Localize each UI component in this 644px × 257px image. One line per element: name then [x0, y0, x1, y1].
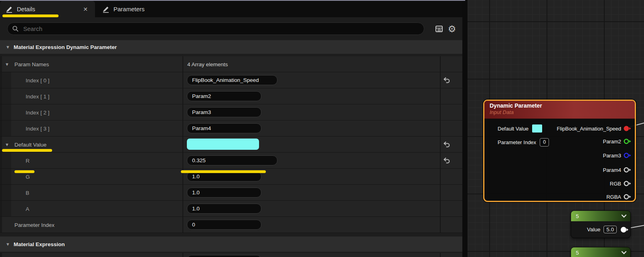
- output-pin[interactable]: [624, 180, 631, 187]
- output-param4: Param4: [603, 165, 631, 174]
- output-pin[interactable]: [624, 167, 631, 173]
- a-value-input[interactable]: 1.0: [187, 204, 261, 214]
- row-parameter-index: Parameter Index 0: [0, 217, 462, 233]
- dynamic-parameter-node[interactable]: Dynamic Parameter Input Data Default Val…: [483, 100, 636, 202]
- output-label: RGB: [610, 181, 621, 187]
- index-0-label: Index [ 0 ]: [26, 77, 49, 83]
- constant-node-2[interactable]: 5: [571, 247, 631, 257]
- chevron-down-icon[interactable]: [621, 214, 627, 218]
- marker-underline-default-value: [2, 149, 52, 152]
- material-graph-canvas[interactable]: Dynamic Parameter Input Data Default Val…: [468, 0, 644, 257]
- chevron-down-icon[interactable]: [621, 251, 627, 255]
- parameter-index-label: Parameter Index: [14, 222, 55, 228]
- output-label: FlipBook_Animation_Speed: [557, 126, 621, 132]
- index-0-input[interactable]: FlipBook_Animation_Speed: [187, 75, 277, 85]
- search-bar[interactable]: [7, 22, 424, 35]
- panel-top-highlight: [0, 0, 465, 1]
- node-input-default-value: Default Value: [498, 124, 542, 133]
- row-default-value: ▼ Default Value: [0, 137, 462, 153]
- search-icon: [12, 25, 19, 32]
- expander-arrow-icon[interactable]: ▼: [5, 62, 9, 67]
- reset-to-default-icon[interactable]: [442, 75, 451, 84]
- settings-gear-icon[interactable]: ⚙: [447, 24, 457, 34]
- property-rows: ▼ Material Expression Dynamic Parameter …: [0, 40, 462, 257]
- unreal-material-editor: Details ✕ Parameters: [0, 0, 644, 257]
- parameters-pencil-icon: [102, 5, 110, 13]
- marker-underline-r: [14, 170, 34, 173]
- marker-underline-r-value: [181, 170, 266, 173]
- node-color-swatch[interactable]: [532, 124, 542, 133]
- output-param3: Param3: [603, 151, 631, 160]
- parameter-index-input[interactable]: 0: [187, 220, 261, 230]
- g-label: G: [26, 173, 30, 179]
- tab-details-label: Details: [17, 6, 35, 12]
- section-header-dynamic-parameter[interactable]: ▼ Material Expression Dynamic Parameter: [0, 40, 462, 54]
- param-names-label: Param Names: [14, 61, 49, 67]
- row-partial: [0, 253, 462, 257]
- index-1-label: Index [ 1 ]: [26, 93, 49, 99]
- index-1-input[interactable]: Param2: [187, 91, 261, 101]
- r-value-input[interactable]: 0.325: [187, 155, 277, 165]
- index-3-input[interactable]: Param4: [187, 123, 261, 133]
- row-index-1: Index [ 1 ] Param2: [0, 88, 462, 104]
- color-swatch[interactable]: [187, 139, 259, 150]
- array-elements-count: 4 Array elements: [187, 61, 228, 67]
- section-title: Material Expression: [14, 241, 65, 247]
- expander-arrow-icon: ▼: [6, 45, 10, 49]
- output-label: Param2: [603, 139, 621, 145]
- output-label: RGBA: [606, 194, 621, 200]
- output-pin[interactable]: [624, 138, 631, 145]
- row-param-names: ▼ Param Names 4 Array elements: [0, 56, 462, 72]
- tab-parameters-label: Parameters: [113, 6, 145, 12]
- close-tab-icon[interactable]: ✕: [81, 5, 90, 13]
- b-label: B: [26, 190, 29, 196]
- reset-to-default-icon[interactable]: [442, 140, 451, 149]
- node-subtitle: Input Data: [490, 109, 635, 115]
- output-label: Param3: [603, 153, 621, 159]
- constant-node-title: 5: [576, 213, 579, 219]
- row-a: A 1.0: [0, 201, 462, 217]
- output-flipbook-animation-speed: FlipBook_Animation_Speed: [557, 124, 631, 133]
- output-rgba: RGBA: [606, 192, 631, 201]
- tab-bar: Details ✕ Parameters: [0, 1, 462, 17]
- row-index-2: Index [ 2 ] Param3: [0, 104, 462, 120]
- output-pin[interactable]: [624, 125, 631, 132]
- output-param2: Param2: [603, 137, 631, 146]
- panel-splitter[interactable]: [462, 0, 468, 257]
- output-rgb: RGB: [610, 179, 631, 188]
- b-value-input[interactable]: 1.0: [187, 188, 261, 198]
- value-label: Value: [587, 226, 601, 233]
- default-value-label: Default Value: [14, 141, 47, 147]
- constant-node-header: 5: [571, 247, 630, 257]
- search-input[interactable]: [22, 25, 419, 33]
- constant-node-1[interactable]: 5 Value 5.0: [571, 210, 631, 238]
- expander-arrow-icon: ▼: [6, 242, 10, 247]
- value-input[interactable]: 5.0: [603, 226, 617, 233]
- column-view-icon[interactable]: [434, 24, 444, 34]
- a-label: A: [26, 206, 29, 212]
- constant-output-pin[interactable]: [620, 226, 629, 233]
- section-title: Material Expression Dynamic Parameter: [14, 44, 117, 50]
- r-label: R: [26, 157, 30, 163]
- node-default-value-label: Default Value: [498, 126, 529, 132]
- tab-parameters[interactable]: Parameters: [97, 1, 150, 17]
- marker-underline-details: [2, 14, 59, 17]
- node-parameter-index-label: Parameter Index: [498, 139, 536, 145]
- index-2-label: Index [ 2 ]: [26, 109, 49, 115]
- reset-to-default-icon[interactable]: [442, 156, 451, 165]
- constant-node-body: Value 5.0: [571, 221, 630, 238]
- output-pin[interactable]: [624, 194, 631, 200]
- index-3-label: Index [ 3 ]: [26, 125, 49, 131]
- output-pin[interactable]: [624, 152, 631, 159]
- node-parameter-index-input[interactable]: 0: [540, 138, 549, 147]
- output-label: Param4: [603, 167, 621, 173]
- node-title: Dynamic Parameter: [490, 102, 635, 109]
- index-2-input[interactable]: Param3: [187, 107, 261, 117]
- node-input-parameter-index: Parameter Index 0: [498, 138, 549, 147]
- details-pencil-icon: [5, 5, 13, 13]
- constant-node-header: 5: [571, 211, 630, 221]
- search-zone: ⚙: [0, 17, 462, 40]
- expander-arrow-icon[interactable]: ▼: [5, 142, 9, 147]
- partial-input[interactable]: [187, 255, 261, 257]
- section-header-material-expression[interactable]: ▼ Material Expression: [0, 237, 462, 252]
